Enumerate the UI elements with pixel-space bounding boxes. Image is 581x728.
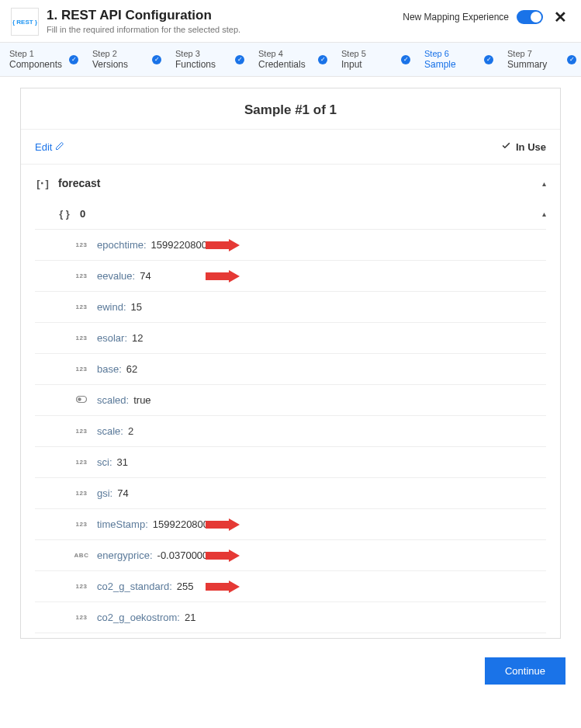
card-toolbar: Edit In Use: [21, 130, 560, 165]
field-key: sci:: [97, 456, 112, 468]
step-num: Step 4: [258, 49, 324, 58]
field-value: 74: [117, 487, 128, 499]
array-icon: [･]: [35, 178, 50, 189]
string-type-icon: ABC: [74, 552, 89, 559]
field-value: 15: [131, 301, 142, 313]
tree-index-0[interactable]: { } 0 ▴: [35, 199, 546, 230]
number-type-icon: 123: [74, 366, 89, 373]
field-row[interactable]: 123gsi:74: [35, 478, 546, 509]
field-row[interactable]: ABCenergyprice:-0.0370000: [35, 540, 546, 571]
step-3[interactable]: Step 3Functions✓: [166, 43, 249, 76]
header-right: New Mapping Experience ✕: [403, 8, 570, 26]
number-type-icon: 123: [74, 303, 89, 310]
json-tree: [･] forecast ▴ { } 0 ▴ 123epochtime:1599…: [21, 165, 560, 638]
object-icon: { }: [57, 208, 72, 220]
number-type-icon: 123: [74, 521, 89, 528]
root-label: forecast: [58, 177, 100, 189]
step-1[interactable]: Step 1Components✓: [0, 43, 83, 76]
number-type-icon: 123: [74, 272, 89, 279]
number-type-icon: 123: [74, 459, 89, 466]
chevron-up-icon: ▴: [542, 210, 546, 218]
number-type-icon: 123: [74, 241, 89, 248]
chevron-up-icon: ▴: [542, 179, 546, 188]
step-name: Versions: [92, 59, 158, 70]
edit-button[interactable]: Edit: [35, 141, 64, 153]
step-check-icon: ✓: [235, 55, 244, 64]
continue-button[interactable]: Continue: [485, 657, 565, 685]
step-check-icon: ✓: [69, 55, 78, 64]
field-value: 31: [117, 456, 128, 468]
step-check-icon: ✓: [401, 55, 410, 64]
number-type-icon: 123: [74, 490, 89, 497]
svg-marker-1: [206, 270, 240, 283]
field-key: epochtime:: [97, 239, 147, 251]
field-key: energyprice:: [97, 549, 153, 561]
field-row[interactable]: 123ewind:15: [35, 292, 546, 323]
step-num: Step 7: [507, 49, 573, 58]
step-name: Input: [341, 59, 407, 70]
step-wizard: Step 1Components✓Step 2Versions✓Step 3Fu…: [0, 43, 581, 77]
field-key: scaled:: [97, 394, 129, 406]
step-num: Step 3: [175, 49, 241, 58]
boolean-type-icon: [74, 396, 89, 404]
step-check-icon: ✓: [318, 55, 327, 64]
step-num: Step 1: [9, 49, 75, 58]
page-header: { REST } 1. REST API Configuration Fill …: [0, 0, 581, 43]
field-row[interactable]: 123co2_g_standard:255: [35, 571, 546, 602]
step-name: Sample: [424, 59, 490, 70]
step-check-icon: ✓: [152, 55, 161, 64]
field-key: co2_g_standard:: [97, 581, 172, 592]
field-key: ewind:: [97, 301, 126, 313]
svg-marker-0: [206, 239, 240, 251]
svg-marker-6: [206, 581, 240, 593]
field-value: -0.0370000: [157, 549, 209, 561]
tree-root-forecast[interactable]: [･] forecast ▴: [35, 165, 546, 199]
field-row[interactable]: 123scale:2: [35, 416, 546, 447]
step-name: Functions: [175, 59, 241, 70]
svg-marker-4: [206, 518, 240, 531]
field-row[interactable]: 123base:62: [35, 354, 546, 385]
step-6[interactable]: Step 6Sample✓: [415, 43, 498, 76]
step-5[interactable]: Step 5Input✓: [332, 43, 415, 76]
step-2[interactable]: Step 2Versions✓: [83, 43, 166, 76]
field-value: 21: [185, 612, 195, 623]
step-name: Summary: [507, 59, 573, 70]
number-type-icon: 123: [74, 614, 89, 621]
close-button[interactable]: ✕: [551, 8, 570, 26]
field-key: base:: [97, 363, 122, 375]
step-check-icon: ✓: [484, 55, 493, 64]
field-row[interactable]: 123eevalue:74: [35, 261, 546, 292]
edit-label: Edit: [35, 141, 52, 153]
field-value: 2: [128, 425, 133, 437]
field-row[interactable]: scaled:true: [35, 385, 546, 416]
field-row[interactable]: 123timeStamp:1599220800000: [35, 509, 546, 540]
step-name: Components: [9, 59, 75, 70]
step-num: Step 2: [92, 49, 158, 58]
step-check-icon: ✓: [567, 55, 576, 64]
field-value: 255: [177, 581, 194, 592]
sample-card: Sample #1 of 1 Edit In Use [･] forecast …: [20, 88, 561, 639]
check-icon: [501, 140, 511, 153]
field-key: gsi:: [97, 487, 112, 499]
annotation-arrow-icon: [206, 518, 240, 531]
step-4[interactable]: Step 4Credentials✓: [249, 43, 332, 76]
number-type-icon: 123: [74, 428, 89, 435]
main-content: Sample #1 of 1 Edit In Use [･] forecast …: [0, 77, 581, 647]
field-value: 74: [140, 270, 150, 282]
header-text-block: 1. REST API Configuration Fill in the re…: [47, 8, 403, 34]
annotation-arrow-icon: [206, 270, 240, 283]
field-row[interactable]: 123sci:31: [35, 447, 546, 478]
field-row[interactable]: 123esolar:12: [35, 323, 546, 354]
field-value: 62: [126, 363, 137, 375]
step-num: Step 5: [341, 49, 407, 58]
index-label: 0: [80, 208, 85, 220]
field-key: timeStamp:: [97, 518, 148, 530]
footer: Continue: [0, 647, 581, 699]
field-row[interactable]: 123epochtime:1599220800: [35, 230, 546, 261]
field-key: esolar:: [97, 332, 127, 344]
annotation-arrow-icon: [206, 549, 240, 562]
step-7[interactable]: Step 7Summary✓: [498, 43, 581, 76]
nme-toggle[interactable]: [517, 10, 543, 24]
page-subtitle: Fill in the required information for the…: [47, 25, 403, 34]
field-row[interactable]: 123co2_g_oekostrom:21: [35, 602, 546, 633]
